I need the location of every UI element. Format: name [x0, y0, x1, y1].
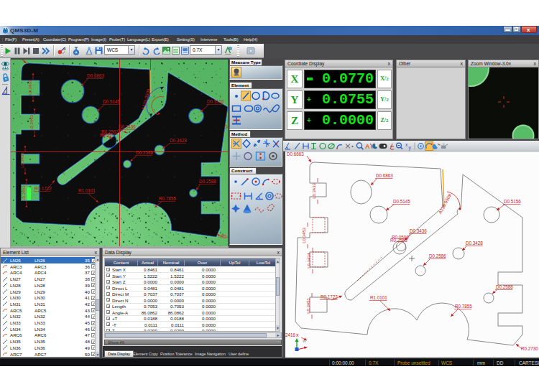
svg-text:D0.2586: D0.2586: [136, 150, 153, 155]
svg-text:R0.2563: R0.2563: [390, 238, 407, 243]
svg-text:0: 0: [64, 47, 66, 51]
svg-text:D0.5156: D0.5156: [504, 199, 521, 204]
svg-text:L0.3434: L0.3434: [307, 253, 311, 269]
svg-text:D0.5156: D0.5156: [207, 99, 224, 104]
svg-text:R0.2730: R0.2730: [521, 346, 538, 351]
svg-text:W: W: [303, 339, 306, 343]
svg-text:D0.2586: D0.2586: [429, 253, 446, 258]
svg-text:D0.2588: D0.2588: [199, 179, 216, 184]
svg-text:L0.3463: L0.3463: [29, 115, 34, 131]
svg-text:D0: D0: [224, 124, 228, 129]
svg-text:L0.3451: L0.3451: [306, 298, 310, 314]
svg-text:L0.3433: L0.3433: [28, 80, 32, 95]
svg-text:D0.3428: D0.3428: [170, 138, 187, 143]
svg-text:D0.2588: D0.2588: [496, 284, 513, 289]
svg-text:R1.0101: R1.0101: [370, 295, 387, 300]
svg-text:y: y: [409, 145, 412, 151]
svg-text:R0.7855: R0.7855: [455, 304, 472, 309]
svg-text:L0.3453: L0.3453: [302, 228, 306, 243]
svg-text:R0.7855: R0.7855: [159, 196, 176, 201]
svg-text:R0.: R0.: [221, 234, 228, 239]
svg-text:R1.0101: R1.0101: [78, 188, 96, 193]
svg-text:D0.6863: D0.6863: [376, 173, 393, 178]
svg-text:L0.3433: L0.3433: [312, 183, 316, 199]
svg-text:A: A: [365, 143, 370, 150]
svg-text:2416: 2416: [285, 332, 296, 337]
svg-text:D0.5145: D0.5145: [103, 99, 120, 104]
svg-text:L0.3451: L0.3451: [22, 185, 26, 201]
svg-text:D0.5145: D0.5145: [393, 199, 410, 204]
svg-text:D0.3428: D0.3428: [466, 241, 483, 246]
svg-text:x: x: [296, 332, 299, 337]
svg-text:L0.3434: L0.3434: [20, 152, 24, 168]
svg-text:x: x: [405, 142, 408, 147]
svg-text:D0.6863: D0.6863: [87, 73, 104, 78]
svg-text:D0.3436: D0.3436: [410, 228, 427, 233]
svg-text:D0.6663: D0.6663: [287, 151, 304, 157]
svg-text:D0.3436: D0.3436: [119, 124, 136, 129]
